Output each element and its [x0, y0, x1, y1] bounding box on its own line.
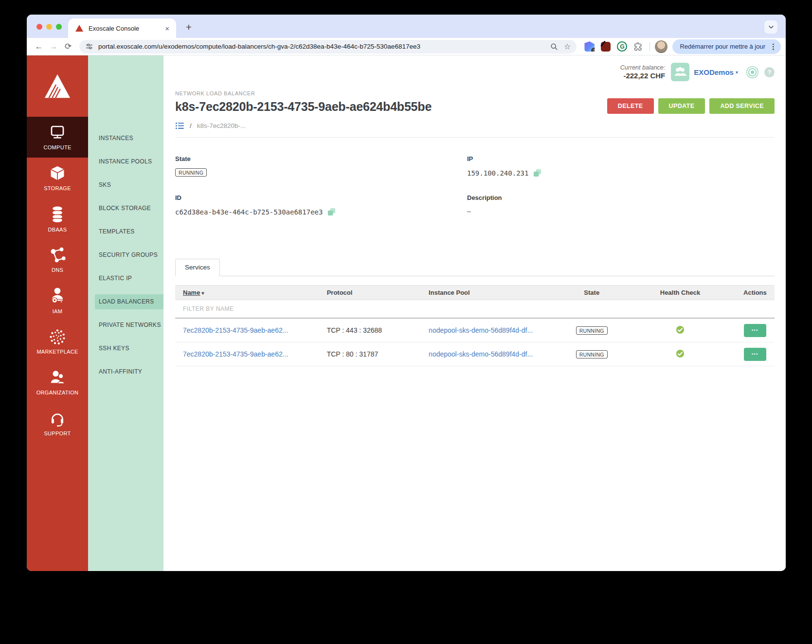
health-check-ok-icon [676, 349, 685, 358]
sidebar-item-iam[interactable]: IAM [27, 280, 88, 321]
row-actions-button[interactable]: ••• [744, 324, 766, 337]
sidebar-item-elastic-ip[interactable]: ELASTIC IP [88, 267, 163, 290]
column-name[interactable]: Name▾ [175, 289, 319, 296]
state-badge: RUNNING [175, 168, 207, 177]
address-bar[interactable]: portal.exoscale.com/u/exodemos/compute/l… [79, 40, 577, 54]
minimize-window-button[interactable] [46, 24, 52, 30]
toolbar-divider [650, 42, 650, 51]
help-icon[interactable]: ? [764, 67, 775, 77]
sidebar-item-load-balancers[interactable]: LOAD BALANCERS [88, 290, 163, 313]
instance-pool-link[interactable]: nodepool-sks-demo-56d89f4d-df... [429, 326, 533, 334]
browser-profile-avatar[interactable] [655, 40, 668, 53]
balance-block: Current balance: -222,22 CHF [620, 64, 665, 80]
chevron-down-icon[interactable]: ▾ [736, 70, 738, 75]
sidebar-item-label: STORAGE [44, 185, 71, 191]
database-icon [49, 205, 66, 223]
browser-update-button[interactable]: Redémarrer pour mettre à jour ⋮ [672, 39, 781, 54]
update-button[interactable]: UPDATE [658, 98, 705, 114]
back-button[interactable]: ← [32, 42, 46, 51]
list-icon[interactable] [175, 122, 184, 130]
browser-menu-icon[interactable]: ⋮ [770, 42, 777, 51]
filter-by-name-input[interactable] [175, 305, 379, 313]
group-icon [674, 66, 686, 78]
sidebar-item-label: ANTI-AFFINITY [88, 360, 163, 383]
sidebar-item-instances[interactable]: INSTANCES [88, 126, 163, 150]
status-broadcast-icon[interactable] [746, 66, 759, 79]
column-state: State [559, 289, 625, 296]
instance-pool-link[interactable]: nodepool-sks-demo-56d89f4d-df... [429, 350, 533, 358]
exoscale-logo[interactable] [27, 55, 88, 117]
exoscale-favicon-icon [75, 25, 83, 32]
health-check-ok-icon [676, 325, 685, 334]
sidebar-item-label: SSH KEYS [88, 337, 163, 360]
zoom-page-icon[interactable] [550, 43, 558, 51]
sidebar-item-anti-affinity[interactable]: ANTI-AFFINITY [88, 360, 163, 383]
primary-sidebar: COMPUTE STORAGE DBAAS [27, 55, 88, 571]
sidebar-item-label: DBAAS [48, 227, 67, 233]
maximize-window-button[interactable] [56, 24, 62, 30]
reload-button[interactable]: ⟳ [61, 42, 75, 51]
extension-pen-icon[interactable] [601, 42, 611, 52]
add-service-button[interactable]: ADD SERVICE [709, 98, 775, 114]
sidebar-item-instance-pools[interactable]: INSTANCE POOLS [88, 150, 163, 173]
delete-button[interactable]: DELETE [607, 98, 654, 114]
forward-button[interactable]: → [46, 42, 61, 51]
services-table: Name▾ Protocol Instance Pool State Healt… [175, 285, 775, 366]
tabs-bar: Services [175, 258, 775, 276]
sidebar-item-organization[interactable]: ORGANIZATION [27, 362, 88, 403]
grammarly-icon[interactable]: G [617, 41, 627, 52]
sidebar-item-marketplace[interactable]: MARKETPLACE [27, 321, 88, 362]
service-protocol: TCP : 80 : 31787 [319, 350, 421, 358]
sidebar-item-dns[interactable]: DNS [27, 239, 88, 280]
organization-avatar[interactable] [671, 63, 689, 81]
copy-icon[interactable] [533, 168, 542, 178]
share-nodes-icon [49, 247, 66, 263]
table-row: 7ec2820b-2153-4735-9aeb-ae62... TCP : 80… [175, 342, 775, 366]
site-settings-icon[interactable] [85, 42, 93, 51]
sidebar-item-sks[interactable]: SKS [88, 173, 163, 197]
sidebar-item-support[interactable]: SUPPORT [27, 403, 88, 444]
table-row: 7ec2820b-2153-4735-9aeb-ae62... TCP : 44… [175, 319, 775, 342]
sidebar-item-dbaas[interactable]: DBAAS [27, 198, 88, 239]
sidebar-item-templates[interactable]: TEMPLATES [88, 220, 163, 243]
sidebar-item-compute[interactable]: COMPUTE [27, 117, 88, 158]
monitor-icon [49, 124, 66, 141]
sidebar-item-label: LOAD BALANCERS [95, 294, 163, 309]
extensions-puzzle-icon[interactable] [633, 42, 643, 51]
sidebar-item-private-networks[interactable]: PRIVATE NETWORKS [88, 313, 163, 337]
url-text[interactable]: portal.exoscale.com/u/exodemos/compute/l… [98, 43, 544, 50]
ip-value: 159.100.240.231 [467, 169, 528, 177]
sidebar-item-security-groups[interactable]: SECURITY GROUPS [88, 243, 163, 267]
bookmark-star-icon[interactable]: ☆ [564, 43, 571, 51]
detail-id: ID c62d38ea-b43e-464c-b725-530ae6817ee3 [175, 194, 467, 216]
column-health-check: Health Check [625, 289, 736, 296]
service-name-link[interactable]: 7ec2820b-2153-4735-9aeb-ae62... [183, 326, 288, 334]
new-tab-button[interactable]: + [182, 21, 195, 34]
tab-search-chevron-icon[interactable] [764, 20, 777, 34]
service-name-link[interactable]: 7ec2820b-2153-4735-9aeb-ae62... [183, 350, 288, 358]
sidebar-item-label: INSTANCE POOLS [88, 150, 163, 173]
detail-description: Description – [467, 194, 775, 216]
browser-tab[interactable]: Exoscale Console × [68, 18, 176, 38]
extension-spark-icon[interactable]: 2 [584, 41, 595, 52]
sidebar-item-storage[interactable]: STORAGE [27, 158, 88, 198]
exoscale-app: COMPUTE STORAGE DBAAS [27, 55, 786, 571]
page-title: k8s-7ec2820b-2153-4735-9aeb-ae624b4b55be [175, 100, 432, 114]
org-switcher[interactable]: EXODemos [694, 68, 734, 76]
sidebar-item-ssh-keys[interactable]: SSH KEYS [88, 337, 163, 360]
id-value: c62d38ea-b43e-464c-b725-530ae6817ee3 [175, 208, 323, 216]
tab-title: Exoscale Console [89, 25, 163, 32]
sidebar-item-block-storage[interactable]: BLOCK STORAGE [88, 197, 163, 220]
sidebar-item-label: ORGANIZATION [36, 390, 79, 395]
state-label: State [175, 155, 467, 162]
close-window-button[interactable] [36, 24, 42, 30]
row-actions-button[interactable]: ••• [744, 348, 766, 361]
copy-icon[interactable] [327, 207, 336, 216]
tab-services[interactable]: Services [175, 259, 220, 276]
sidebar-item-label: SECURITY GROUPS [88, 243, 163, 267]
sidebar-item-label: ELASTIC IP [88, 267, 163, 290]
sidebar-item-label: MARKETPLACE [36, 349, 78, 355]
page-eyebrow: NETWORK LOAD BALANCER [175, 90, 432, 96]
tab-close-icon[interactable]: × [163, 25, 171, 32]
detail-ip: IP 159.100.240.231 [467, 155, 775, 178]
